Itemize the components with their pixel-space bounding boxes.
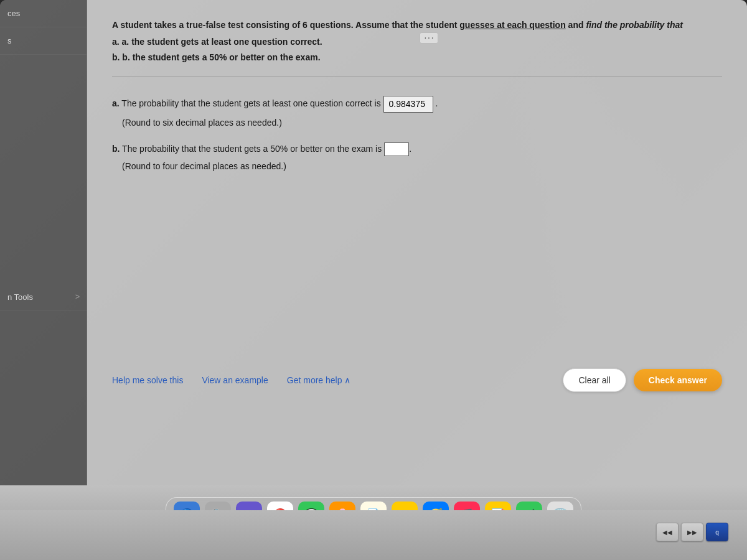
key-q[interactable]: q <box>706 523 728 541</box>
sidebar-item-tools-container: n Tools > <box>0 284 87 311</box>
sidebar-item-tools[interactable]: n Tools > <box>0 284 87 311</box>
clear-all-button[interactable]: Clear all <box>563 368 626 392</box>
get-more-help-link[interactable]: Get more help ∧ <box>287 375 351 385</box>
bottom-actions-bar: Help me solve this View an example Get m… <box>87 356 747 404</box>
question-header: A student takes a true-false test consis… <box>112 19 722 77</box>
part-b-input-box[interactable] <box>384 142 409 156</box>
key-fastforward[interactable]: ▶▶ <box>681 523 703 541</box>
keyboard-keys-row: ◀◀ ▶▶ q <box>0 510 747 548</box>
sidebar-item-ces[interactable]: ces <box>0 0 87 27</box>
sidebar: ces s n Tools > <box>0 0 87 485</box>
part-a-rounding-note: (Round to six decimal places as needed.) <box>112 118 722 128</box>
help-me-solve-link[interactable]: Help me solve this <box>112 375 183 385</box>
more-dots-icon[interactable]: · · · <box>417 31 438 44</box>
tools-chevron: > <box>75 292 80 301</box>
screen: ces s n Tools > A student takes a true-f… <box>0 0 747 485</box>
question-part-b-setup: b. b. the student gets a 50% or better o… <box>112 51 722 64</box>
check-answer-button[interactable]: Check answer <box>634 369 722 391</box>
view-example-link[interactable]: View an example <box>202 375 268 385</box>
part-b-rounding-note: (Round to four decimal places as needed.… <box>112 161 722 171</box>
part-b-label-row: b. The probability that the student gets… <box>112 142 722 156</box>
keyboard-area: ◀◀ ▶▶ q <box>0 510 747 560</box>
part-a-section: a. The probability that the student gets… <box>112 96 722 128</box>
main-panel: A student takes a true-false test consis… <box>87 0 747 485</box>
sidebar-item-s[interactable]: s <box>0 27 87 55</box>
part-a-answer-box: 0.984375 <box>383 96 433 113</box>
bottom-links-group: Help me solve this View an example Get m… <box>112 375 350 385</box>
question-text-line1: A student takes a true-false test consis… <box>112 19 722 32</box>
action-buttons-group: Clear all Check answer <box>563 368 722 392</box>
key-rewind[interactable]: ◀◀ <box>656 523 679 541</box>
part-b-section: b. The probability that the student gets… <box>112 142 722 171</box>
part-a-label-row: a. The probability that the student gets… <box>112 96 722 113</box>
